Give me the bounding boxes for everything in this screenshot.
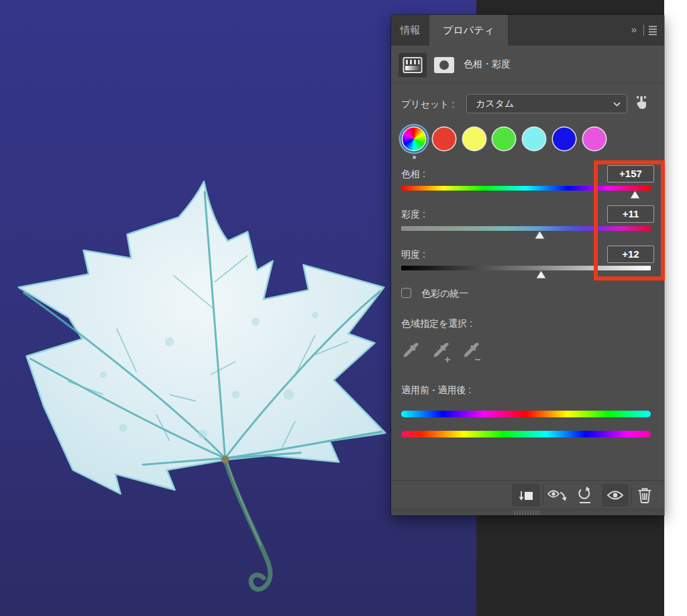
swatch-yellow[interactable] — [463, 127, 486, 150]
preset-dropdown[interactable]: カスタム — [466, 94, 627, 113]
targeted-adjustment-hand-icon[interactable] — [630, 91, 653, 114]
delete-adjustment-trash-icon[interactable] — [634, 484, 655, 507]
color-range-label: 色域指定を選択 : — [401, 318, 472, 330]
swatch-green[interactable] — [492, 127, 515, 150]
swatch-red[interactable] — [433, 127, 456, 150]
reset-adjustment-icon[interactable] — [574, 484, 596, 507]
eyedropper-plus-icon[interactable] — [431, 339, 453, 363]
preset-value: カスタム — [476, 98, 514, 109]
layer-mask-icon[interactable] — [432, 55, 456, 75]
saturation-slider-handle[interactable] — [534, 230, 545, 240]
panel-tab-bar: 情報 プロパティ » — [391, 15, 664, 46]
before-after-label: 適用前 - 適用後 : — [401, 384, 471, 397]
grip-dots — [514, 511, 541, 515]
panel-resize-grip[interactable] — [391, 509, 664, 515]
preset-color-swatches — [403, 126, 657, 158]
chevron-down-icon — [613, 102, 621, 107]
spectrum-ramp-after — [401, 431, 651, 438]
colorize-checkbox[interactable] — [401, 288, 411, 298]
swatch-blue[interactable] — [553, 127, 576, 150]
adjustment-title: 色相・彩度 — [464, 58, 511, 70]
clip-to-layer-icon[interactable] — [512, 484, 540, 507]
swatch-magenta[interactable] — [583, 127, 606, 150]
tabbar-divider — [643, 25, 644, 36]
header-divider — [391, 83, 664, 83]
swatch-master-wheel[interactable] — [403, 127, 425, 150]
leaf-petiole-junction — [221, 456, 229, 464]
saturation-label: 彩度 : — [401, 209, 425, 221]
panel-footer-toolbar — [391, 480, 664, 509]
layer-visibility-eye-icon[interactable] — [602, 484, 629, 507]
spectrum-ramp-before — [401, 411, 651, 417]
annotation-highlight-rectangle — [594, 160, 665, 280]
hue-label: 色相 : — [401, 168, 425, 181]
tab-info[interactable]: 情報 — [391, 15, 429, 46]
selected-swatch-dot — [413, 156, 416, 159]
lightness-label: 明度 : — [401, 249, 425, 261]
maple-leaf-image — [4, 176, 401, 613]
swatch-cyan[interactable] — [523, 127, 545, 150]
toolbar-divider — [631, 485, 632, 505]
hue-sat-adjustment-icon[interactable] — [399, 53, 427, 77]
photoshop-screenshot: 情報 プロパティ » — [0, 0, 687, 616]
eyedropper-minus-icon[interactable] — [462, 339, 483, 363]
adjustment-header: 色相・彩度 — [391, 52, 664, 82]
lightness-slider-handle[interactable] — [535, 270, 547, 279]
panel-menu-icon[interactable] — [648, 25, 660, 36]
preset-label: プリセット : — [401, 99, 454, 111]
toolbar-divider — [543, 485, 543, 505]
collapse-panel-icon[interactable]: » — [631, 15, 637, 46]
view-previous-state-icon[interactable] — [545, 484, 570, 507]
colorize-label: 色彩の統一 — [421, 288, 468, 300]
leaf-stem — [225, 460, 270, 590]
eyedropper-icon[interactable] — [401, 339, 423, 363]
tab-properties[interactable]: プロパティ — [429, 15, 508, 46]
